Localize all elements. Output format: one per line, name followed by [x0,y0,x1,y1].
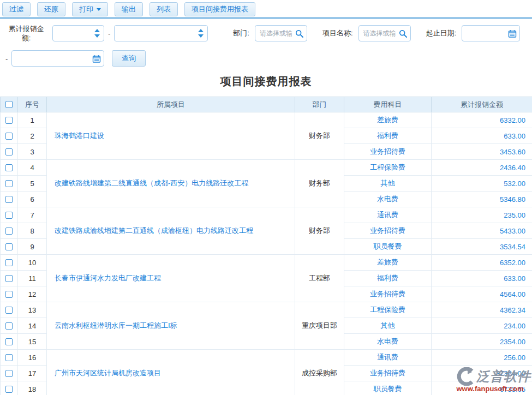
spinner-up-icon[interactable] [94,29,100,32]
search-icon[interactable] [295,29,304,38]
list-button[interactable]: 列表 [150,2,178,16]
row-checkbox[interactable] [5,212,13,219]
row-checkbox[interactable] [5,370,13,377]
row-checkbox[interactable] [5,259,13,266]
row-checkbox[interactable] [5,164,13,171]
project-name-link[interactable]: 改建铁路成渝线增建第二直通线（成渝枢纽）电力线路迁改工程 [47,207,295,255]
expense-category-link[interactable]: 福利费 [344,271,432,286]
report-table-body: 1珠海鹤港口建设财务部差旅费6332.002福利费633.003业务招待费345… [1,112,532,395]
amount-cell[interactable]: 5346.80 [432,191,532,207]
project-name-link[interactable]: 云南水利枢纽潜明水库一期工程施工I标 [47,302,295,350]
expense-category-link[interactable]: 业务招待费 [344,286,432,302]
filter-area: 累计报销金额: - 部门: 项目名称: [0,19,532,70]
department-field[interactable] [255,25,307,41]
amount-cell[interactable]: 633.00 [432,271,532,286]
calendar-icon[interactable] [508,29,517,38]
amount-cell[interactable]: 4362.34 [432,302,532,318]
amount-range-label: 累计报销金额: [4,24,48,43]
list-button-label: 列表 [157,4,171,14]
amount-max-field[interactable] [114,25,208,41]
amount-cell[interactable]: 6352.00 [432,255,532,271]
amount-cell[interactable]: 3534.54 [432,239,532,255]
expense-category-link[interactable]: 通讯费 [344,207,432,223]
end-date-field[interactable] [11,50,104,67]
row-checkbox[interactable] [5,180,13,187]
spinner-up-icon[interactable] [198,29,204,32]
row-checkbox[interactable] [5,275,13,282]
amount-cell[interactable]: 235.00 [432,207,532,223]
project-name-link[interactable]: 珠海鹤港口建设 [47,112,295,160]
header-project: 所属项目 [47,97,295,112]
amount-cell[interactable]: 234.00 [432,318,532,334]
expense-category-link[interactable]: 工程保险费 [344,160,432,176]
project-name-field[interactable] [358,25,411,41]
row-checkbox[interactable] [5,354,13,361]
amount-cell[interactable]: 3453.60 [432,144,532,160]
expense-category-link[interactable]: 差旅费 [344,255,432,271]
row-checkbox[interactable] [5,196,13,203]
header-no: 序号 [18,97,47,112]
row-checkbox[interactable] [5,291,13,298]
project-name-link[interactable]: 长春市伊通河水力发电厂改建工程 [47,255,295,302]
end-date-input[interactable] [12,51,104,66]
amount-cell[interactable]: 37364.00 [432,366,532,381]
amount-cell[interactable]: 5433.00 [432,223,532,239]
expense-category-link[interactable]: 水电费 [344,191,432,207]
expense-category-link[interactable]: 职员餐费 [344,381,432,395]
amount-cell[interactable]: 6332.00 [432,112,532,128]
row-checkbox[interactable] [5,307,13,314]
amount-cell[interactable]: 6733.65 [432,381,532,395]
row-number: 15 [18,334,47,350]
row-checkbox[interactable] [5,228,13,235]
amount-cell[interactable]: 2436.40 [432,160,532,176]
row-checkbox[interactable] [5,386,13,393]
row-number: 9 [18,239,47,255]
expense-category-link[interactable]: 福利费 [344,128,432,144]
row-checkbox[interactable] [5,338,13,345]
amount-max-input[interactable] [115,26,207,41]
amount-cell[interactable]: 2354.00 [432,334,532,350]
amount-min-stepper[interactable] [94,26,100,41]
row-checkbox-cell [1,271,18,286]
expense-category-link[interactable]: 业务招待费 [344,144,432,160]
project-name-link[interactable]: 改建铁路线增建第二线直通线（成都-西安）电力线路迁改工程 [47,160,295,207]
start-date-field[interactable] [462,25,520,41]
row-number: 8 [18,223,47,239]
row-checkbox-cell [1,302,18,318]
amount-cell[interactable]: 4564.00 [432,286,532,302]
print-button[interactable]: 打印 [72,2,108,16]
expense-category-link[interactable]: 业务招待费 [344,366,432,381]
filter-button[interactable]: 过滤 [2,2,31,16]
expense-category-link[interactable]: 水电费 [344,334,432,350]
row-checkbox[interactable] [5,243,13,250]
amount-min-field[interactable] [52,25,104,41]
row-checkbox[interactable] [5,322,13,330]
expense-category-link[interactable]: 职员餐费 [344,239,432,255]
expense-category-link[interactable]: 其他 [344,176,432,191]
expense-category-link[interactable]: 通讯费 [344,350,432,366]
amount-cell[interactable]: 256.00 [432,350,532,366]
amount-cell[interactable]: 633.00 [432,128,532,144]
department-cell: 工程部 [295,255,344,302]
export-button[interactable]: 输出 [115,2,143,16]
expense-category-link[interactable]: 业务招待费 [344,223,432,239]
select-all-checkbox[interactable] [5,101,13,108]
restore-button[interactable]: 还原 [37,2,65,16]
project-name-link[interactable]: 广州市天河区统计局机房改造项目 [47,350,295,395]
row-number: 13 [18,302,47,318]
spinner-down-icon[interactable] [198,34,204,38]
tab-indirect-expense-report[interactable]: 项目间接费用报表 [184,2,255,16]
row-checkbox[interactable] [5,148,13,155]
row-checkbox[interactable] [5,133,13,140]
expense-category-link[interactable]: 差旅费 [344,112,432,128]
search-icon[interactable] [399,29,408,38]
row-checkbox-cell [1,381,18,395]
query-button[interactable]: 查询 [112,50,146,67]
row-checkbox[interactable] [5,117,13,124]
spinner-down-icon[interactable] [94,34,100,38]
amount-max-stepper[interactable] [198,26,204,41]
calendar-icon[interactable] [92,55,101,63]
amount-cell[interactable]: 532.00 [432,176,532,191]
expense-category-link[interactable]: 其他 [344,318,432,334]
expense-category-link[interactable]: 工程保险费 [344,302,432,318]
